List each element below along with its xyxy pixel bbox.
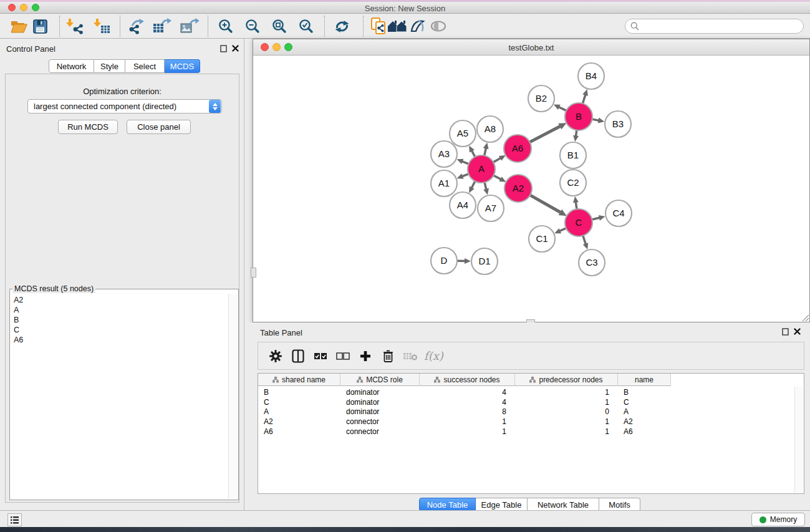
graph-edge-A-A4[interactable]	[469, 181, 475, 193]
mcds-result-item[interactable]: B	[14, 315, 228, 325]
graph-edge-A2-C[interactable]	[530, 195, 567, 216]
graph-edge-C-C2[interactable]	[573, 196, 579, 209]
graph-edge-C-C1[interactable]	[554, 228, 566, 233]
function-builder-button[interactable]: f(x)	[424, 349, 443, 362]
network-canvas[interactable]: B4B2BB3A5A8A6A3B1AA1C2A2A4A7CC4C1C3DD1	[253, 56, 809, 322]
graph-edge-A-A5[interactable]	[469, 145, 475, 157]
graph-edge-C-C3[interactable]	[583, 236, 589, 249]
graph-edge-A-A1[interactable]	[457, 173, 469, 178]
preview-eye-button[interactable]	[426, 15, 451, 37]
import-table-button[interactable]	[90, 15, 115, 37]
graph-edge-B-B2[interactable]	[554, 105, 566, 111]
mcds-result-item[interactable]: A2	[14, 295, 228, 305]
graph-node-A4[interactable]: A4	[450, 192, 476, 218]
graph-node-A5[interactable]: A5	[450, 120, 476, 147]
table-row[interactable]: A6connector11A6	[258, 427, 794, 437]
graph-node-A6[interactable]: A6	[504, 135, 531, 162]
select-all-button[interactable]	[309, 345, 332, 367]
graph-node-A7[interactable]: A7	[478, 195, 504, 221]
table-row[interactable]: Adominator80A	[258, 407, 794, 417]
table-row[interactable]: Cdominator41C	[258, 397, 794, 407]
deselect-all-button[interactable]	[332, 345, 354, 367]
import-network-button[interactable]	[62, 15, 87, 37]
graph-edge-C-C4[interactable]	[592, 215, 605, 221]
mcds-result-item[interactable]: C	[14, 325, 228, 335]
graph-edge-A-A2[interactable]	[493, 175, 506, 182]
graph-edge-A-A8[interactable]	[483, 142, 489, 155]
graph-node-A3[interactable]: A3	[431, 141, 457, 167]
table-row[interactable]: A2connector11A2	[258, 417, 794, 427]
task-history-button[interactable]	[7, 513, 22, 526]
mcds-result-item[interactable]: A	[14, 305, 228, 315]
graph-node-C4[interactable]: C4	[605, 200, 632, 226]
graph-node-A2[interactable]: A2	[504, 175, 532, 202]
tab-network-table[interactable]: Network Table	[528, 498, 599, 511]
column-header-predecessor-nodes[interactable]: predecessor nodes	[515, 374, 618, 386]
export-image-button[interactable]	[177, 15, 202, 37]
tab-network[interactable]: Network	[49, 59, 94, 73]
memory-button[interactable]: Memory	[751, 513, 805, 526]
graph-edge-B-B4[interactable]	[582, 89, 588, 104]
export-network-button[interactable]	[123, 15, 148, 37]
show-columns-button[interactable]	[287, 345, 309, 367]
graph-node-D1[interactable]: D1	[471, 248, 498, 274]
node-table-scrollbar[interactable]	[794, 387, 803, 493]
search-input[interactable]	[625, 19, 804, 34]
birdseye-toggle-left[interactable]	[251, 268, 256, 278]
tab-style[interactable]: Style	[94, 59, 125, 73]
graph-node-B[interactable]: B	[565, 103, 592, 130]
select-stepper-icon	[209, 100, 221, 113]
close-panel-icon[interactable]	[231, 44, 239, 52]
zoom-in-button[interactable]	[213, 15, 238, 37]
tab-select[interactable]: Select	[125, 59, 165, 73]
graph-edge-A-A3[interactable]	[456, 159, 468, 164]
float-table-panel-icon[interactable]	[781, 327, 789, 336]
close-table-panel-icon[interactable]	[793, 327, 801, 336]
column-header-successor-nodes[interactable]: successor nodes	[420, 374, 515, 386]
graph-node-B3[interactable]: B3	[605, 111, 631, 137]
graph-edge-B-B1[interactable]	[573, 130, 579, 142]
column-header-shared-name[interactable]: shared name	[258, 374, 340, 386]
add-row-button[interactable]	[354, 345, 377, 367]
mcds-result-item[interactable]: A6	[14, 335, 228, 345]
graph-node-D[interactable]: D	[431, 248, 457, 274]
graph-node-C[interactable]: C	[565, 209, 592, 236]
graph-edge-A-A6[interactable]	[493, 155, 506, 162]
tab-node-table[interactable]: Node Table	[419, 498, 476, 511]
tab-motifs[interactable]: Motifs	[599, 498, 640, 511]
close-x-icon	[794, 328, 801, 335]
graph-node-B1[interactable]: B1	[560, 142, 586, 168]
graph-node-B2[interactable]: B2	[528, 85, 554, 112]
graph-edge-A-A7[interactable]	[483, 182, 489, 195]
graph-node-A8[interactable]: A8	[477, 116, 503, 142]
delete-table-button[interactable]	[399, 345, 422, 367]
graph-node-A1[interactable]: A1	[431, 170, 457, 196]
run-mcds-button[interactable]: Run MCDS	[58, 120, 118, 134]
tab-mcds[interactable]: MCDS	[165, 59, 200, 73]
resize-grip-icon[interactable]	[801, 314, 809, 322]
close-panel-button[interactable]: Close panel	[127, 120, 191, 134]
graph-node-C2[interactable]: C2	[560, 170, 586, 196]
delete-row-button[interactable]	[377, 345, 399, 367]
graph-node-A[interactable]: A	[468, 155, 495, 183]
tab-edge-table[interactable]: Edge Table	[476, 498, 528, 511]
save-session-button[interactable]	[27, 15, 52, 37]
float-panel-icon[interactable]	[219, 44, 228, 52]
criterion-select[interactable]: largest connected component (directed)	[27, 99, 222, 114]
column-header-MCDS-role[interactable]: MCDS role	[340, 374, 420, 386]
graph-node-C3[interactable]: C3	[579, 249, 605, 276]
zoom-selected-button[interactable]	[294, 15, 319, 37]
export-table-button[interactable]	[150, 15, 175, 37]
zoom-out-button[interactable]	[240, 15, 265, 37]
graph-edge-B-B3[interactable]	[592, 118, 605, 123]
zoom-fit-button[interactable]	[267, 15, 292, 37]
graph-node-C1[interactable]: C1	[529, 226, 555, 252]
table-row[interactable]: Bdominator41B	[258, 387, 794, 397]
column-header-name[interactable]: name	[618, 374, 671, 386]
table-settings-button[interactable]	[264, 345, 287, 367]
graph-edge-D-D1[interactable]	[458, 258, 471, 264]
graph-node-B4[interactable]: B4	[578, 63, 604, 89]
graph-edge-A6-B[interactable]	[530, 123, 567, 142]
mcds-list-scrollbar[interactable]	[228, 294, 238, 499]
refresh-button[interactable]	[329, 15, 354, 37]
